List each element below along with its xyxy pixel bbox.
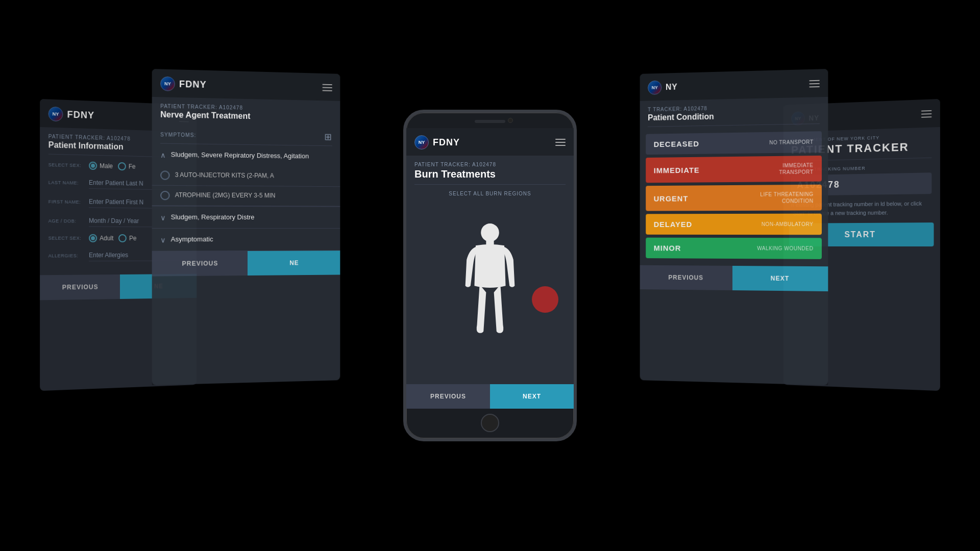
radio-adult[interactable]: Adult (89, 234, 113, 242)
symptoms-label: SYMPTOMS: (160, 132, 196, 138)
card-header-right: NY NY (640, 69, 828, 101)
firstname-label: FIRST NAME: (48, 199, 85, 205)
fdny-logo-far-left: NY FDNY (48, 107, 95, 123)
card-header-left: NY FDNY (152, 69, 340, 101)
chevron-down-icon-3: ∨ (160, 236, 165, 244)
card-patient-condition: NY NY T TRACKER: A102478 Patient Conditi… (640, 69, 828, 385)
scene: NY FDNY PATIENT TRACKER: A102478 Patient… (0, 0, 980, 551)
fdny-title-phone: FDNY (433, 137, 460, 148)
symptom-group-1-title: Sludgem, Severe Repiratory Distress, Agi… (171, 150, 309, 161)
sex-radio-group[interactable]: Male Fe (89, 162, 136, 171)
previous-button-far-left[interactable]: PREVIOUS (40, 274, 120, 300)
radio-pediatric[interactable]: Pe (118, 234, 136, 242)
body-silhouette-svg (454, 221, 526, 364)
symptom-group-1-header[interactable]: ∧ Sludgem, Severe Repiratory Distress, A… (152, 143, 340, 167)
footer-nerve-agent: PREVIOUS NE (152, 251, 340, 276)
next-button-phone[interactable]: NEXT (490, 384, 574, 409)
radio-pediatric-label: Pe (129, 235, 136, 242)
radio-male[interactable]: Male (89, 162, 113, 170)
phone-camera (508, 118, 513, 123)
subheader-nerve-agent: PATIENT TRACKER: A102478 Nerve Agent Tre… (152, 97, 340, 127)
hamburger-menu-right[interactable] (809, 80, 819, 88)
radio-adult-label: Adult (100, 235, 113, 242)
condition-list: DECEASED NO TRANSPORT IMMEDIATE IMMEDIAT… (640, 124, 828, 267)
symptom-group-3-title: Asymptomatic (171, 235, 213, 244)
lastname-label: LAST NAME: (48, 180, 85, 185)
phone-speaker (475, 120, 505, 123)
fdny-logo-right: NY NY (648, 80, 678, 95)
condition-minor-desc: WALKING WOUNDED (757, 245, 813, 252)
radio-pediatric-circle[interactable] (118, 234, 127, 242)
radio-male-label: Male (100, 162, 113, 170)
symptom-radio-1[interactable] (160, 171, 169, 180)
phone-footer: PREVIOUS NEXT (406, 384, 574, 409)
symptom-group-2: ∨ Sludgem, Respiratory Distre (152, 207, 340, 229)
age-label: AGE / DOB: (48, 218, 85, 223)
symptom-text-1: 3 AUTO-INJECTOR KITS (2-PAM, A (175, 171, 274, 180)
condition-deceased-desc: NO TRANSPORT (769, 139, 813, 146)
burn-regions-label: SELECT ALL BURN REGIONS (406, 185, 574, 201)
phone-screen: NY FDNY PATIENT TRACKER: A102478 Burn Tr… (406, 128, 574, 409)
phone-subheader: PATIENT TRACKER: A102478 Burn Treatments (406, 156, 574, 184)
condition-urgent[interactable]: URGENT LIFE THREATENING CONDITION (646, 185, 822, 211)
phone-tracker-label: PATIENT TRACKER: A102478 (414, 162, 566, 167)
symptom-item-2[interactable]: ATROPHINE (2MG) EVERY 3-5 MIN (152, 186, 340, 207)
condition-delayed[interactable]: DELAYED NON-AMBULATORY (646, 214, 822, 235)
radio-male-circle[interactable] (89, 162, 97, 170)
condition-immediate[interactable]: IMMEDIATE IMMEDIATE TRANSPORT (646, 156, 822, 183)
fdny-logo-left: NY FDNY (160, 77, 207, 92)
symptom-group-2-title: Sludgem, Respiratory Distre (171, 213, 255, 222)
hamburger-menu-phone[interactable] (555, 139, 566, 146)
card-nerve-agent: NY FDNY PATIENT TRACKER: A102478 Nerve A… (152, 69, 340, 385)
radio-female-circle[interactable] (118, 162, 126, 170)
phone-home-button[interactable] (481, 414, 499, 432)
symptom-radio-2[interactable] (160, 191, 169, 200)
symptom-group-1: ∧ Sludgem, Severe Repiratory Distress, A… (152, 143, 340, 207)
chevron-up-icon-1: ∧ (160, 151, 165, 159)
previous-button-right[interactable]: PREVIOUS (640, 265, 732, 290)
phone-header: NY FDNY (406, 128, 574, 156)
symptom-group-3: ∨ Asymptomatic (152, 229, 340, 251)
burn-region-marker[interactable] (532, 286, 558, 313)
phone-body: NY FDNY PATIENT TRACKER: A102478 Burn Tr… (403, 110, 577, 441)
fdny-title-far-left: FDNY (67, 109, 95, 121)
footer-patient-condition: PREVIOUS NEXT (640, 265, 828, 291)
fdny-logo-phone: NY FDNY (414, 135, 460, 149)
symptoms-header: SYMPTOMS: ⊞ (152, 123, 340, 146)
filter-icon[interactable]: ⊞ (324, 132, 332, 143)
condition-immediate-label: IMMEDIATE (654, 165, 700, 174)
condition-deceased-label: DECEASED (654, 139, 699, 148)
fdny-badge-far-left: NY (48, 107, 63, 122)
radio-adult-circle[interactable] (89, 234, 97, 242)
next-button-right[interactable]: NEXT (732, 266, 828, 291)
phone-device: NY FDNY PATIENT TRACKER: A102478 Burn Tr… (403, 110, 577, 441)
radio-female-label: Fe (129, 163, 136, 170)
fdny-badge-phone: NY (414, 135, 429, 149)
symptom-text-2: ATROPHINE (2MG) EVERY 3-5 MIN (175, 192, 276, 201)
chevron-down-icon-2: ∨ (160, 214, 165, 222)
svg-point-0 (481, 223, 499, 242)
sex2-label: SELECT SEX: (48, 236, 85, 241)
symptom-item-1[interactable]: 3 AUTO-INJECTOR KITS (2-PAM, A (152, 165, 340, 187)
body-diagram-container[interactable] (406, 201, 574, 384)
condition-delayed-label: DELAYED (654, 220, 692, 229)
condition-urgent-desc: LIFE THREATENING CONDITION (756, 191, 814, 205)
fdny-badge-right: NY (648, 81, 662, 95)
hamburger-menu-left[interactable] (323, 84, 332, 91)
sex2-radio-group[interactable]: Adult Pe (89, 234, 136, 242)
phone-page-title: Burn Treatments (414, 168, 566, 180)
sex-label: SELECT SEX: (48, 162, 85, 168)
previous-button-phone[interactable]: PREVIOUS (406, 384, 490, 409)
subheader-patient-condition: T TRACKER: A102478 Patient Condition (640, 97, 828, 127)
condition-urgent-label: URGENT (654, 194, 689, 203)
fdny-title-right: NY (666, 83, 678, 92)
symptom-group-2-header[interactable]: ∨ Sludgem, Respiratory Distre (152, 207, 340, 229)
next-button-left[interactable]: NE (248, 251, 340, 276)
condition-minor-label: MINOR (654, 244, 681, 253)
radio-female[interactable]: Fe (118, 162, 136, 171)
condition-deceased[interactable]: DECEASED NO TRANSPORT (646, 131, 822, 155)
condition-minor[interactable]: MINOR WALKING WOUNDED (646, 238, 822, 259)
previous-button-left[interactable]: PREVIOUS (152, 251, 248, 277)
symptom-group-3-header[interactable]: ∨ Asymptomatic (152, 229, 340, 251)
hamburger-menu-far-right[interactable] (921, 110, 932, 118)
